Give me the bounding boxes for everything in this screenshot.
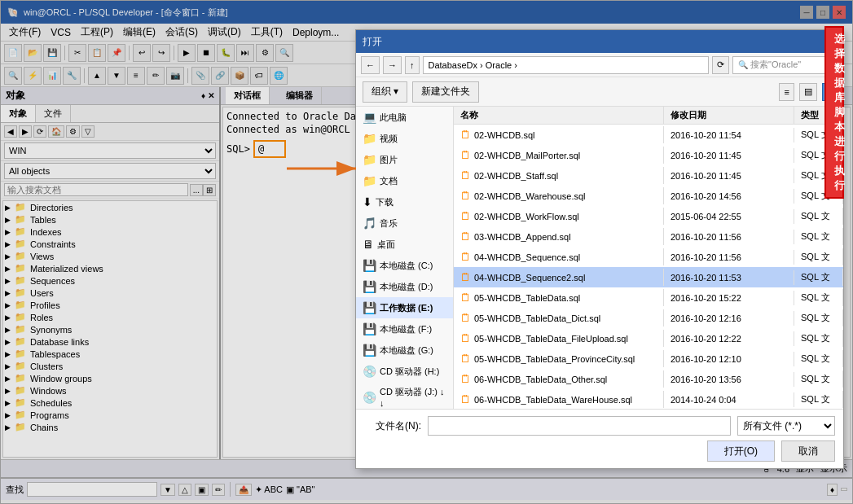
file-name-6: 04-WHCDB_Sequence.sql — [474, 252, 580, 262]
dialog-nav: 💻 此电脑 📁 视频 📁 图片 📁 文档 ⬇ 下载 — [356, 107, 454, 409]
file-type-4: SQL 文 — [794, 208, 843, 225]
nav-drive-e[interactable]: 💾 工作数据 (E:) — [356, 297, 453, 318]
nav-this-pc[interactable]: 💻 此电脑 — [356, 107, 453, 128]
file-icon-5: 🗒 — [460, 230, 471, 243]
file-row-8[interactable]: 🗒 05-WHCDB_TableData.sql 2016-10-20 15:2… — [454, 287, 843, 308]
file-row-11[interactable]: 🗒 05-WHCDB_TableData_ProvinceCity.sql 20… — [454, 348, 843, 369]
file-date-5: 2016-10-20 11:56 — [664, 230, 794, 244]
breadcrumb-back-btn[interactable]: ← — [361, 56, 380, 74]
file-row-0[interactable]: 🗒 02-WHCDB.sql 2016-10-20 11:54 SQL 文 — [454, 125, 843, 145]
file-type-13: SQL 文 — [794, 391, 843, 408]
file-date-6: 2016-10-20 11:56 — [664, 250, 794, 265]
file-date-12: 2016-10-20 13:56 — [664, 372, 794, 387]
dialog-title-bar: 打开 ✕ — [356, 30, 843, 53]
file-row-6[interactable]: 🗒 04-WHCDB_Sequence.sql 2016-10-20 11:56… — [454, 247, 843, 267]
nav-label-j: CD 驱动器 (J:) ↓ ↓ — [380, 386, 446, 408]
breadcrumb-path: DatabaseDx › Oracle › — [423, 56, 710, 74]
nav-videos[interactable]: 📁 视频 — [356, 128, 453, 149]
nav-icon-music: 🎵 — [363, 217, 376, 230]
col-name: 名称 — [454, 107, 664, 124]
nav-pictures[interactable]: 📁 图片 — [356, 149, 453, 170]
col-date: 修改日期 — [664, 107, 794, 124]
nav-downloads[interactable]: ⬇ 下载 — [356, 191, 453, 213]
file-row-10[interactable]: 🗒 05-WHCDB_TableData_FileUpload.sql 2016… — [454, 328, 843, 348]
file-type-7: SQL 文 — [794, 269, 843, 286]
file-row-5[interactable]: 🗒 03-WHCDB_Append.sql 2016-10-20 11:56 S… — [454, 226, 843, 247]
nav-desktop[interactable]: 🖥 桌面 — [356, 234, 453, 255]
nav-icon-g: 💾 — [363, 344, 376, 357]
file-row-2[interactable]: 🗒 02-WHCDB_Staff.sql 2016-10-20 11:45 SQ… — [454, 165, 843, 186]
nav-documents[interactable]: 📁 文档 — [356, 170, 453, 191]
annotation-arrow-svg — [283, 156, 364, 181]
file-name-8: 05-WHCDB_TableData.sql — [474, 293, 580, 303]
breadcrumb-forward-btn[interactable]: → — [383, 56, 402, 74]
file-row-13[interactable]: 🗒 06-WHCDB_TableData_WareHouse.sql 2014-… — [454, 389, 843, 409]
nav-icon-documents: 📁 — [363, 174, 376, 187]
dialog-buttons: 打开(O) 取消 — [364, 440, 835, 462]
main-window: 🐚 win@ORCL - PL/SQL Developer - [命令窗口 - … — [0, 0, 853, 504]
file-date-1: 2016-10-20 11:45 — [664, 148, 794, 163]
file-icon-3: 🗒 — [460, 190, 471, 202]
dialog-main: 💻 此电脑 📁 视频 📁 图片 📁 文档 ⬇ 下载 — [356, 107, 843, 409]
dialog-title-text: 打开 — [363, 35, 382, 49]
file-icon-9: 🗒 — [460, 312, 471, 324]
nav-drive-j[interactable]: 💿 CD 驱动器 (J:) ↓ ↓ — [356, 382, 453, 409]
file-date-4: 2015-06-04 22:55 — [664, 209, 794, 224]
view-btn-2[interactable]: ▤ — [799, 83, 817, 101]
new-folder-btn[interactable]: 新建文件夹 — [412, 81, 479, 103]
breadcrumb-refresh-btn[interactable]: ⟳ — [712, 56, 729, 74]
file-name-4: 02-WHCDB_WorkFlow.sql — [474, 212, 579, 221]
file-name-1: 02-WHCDB_MailPorter.sql — [474, 151, 580, 160]
nav-drive-h[interactable]: 💿 CD 驱动器 (H:) — [356, 361, 453, 382]
file-type-8: SQL 文 — [794, 289, 843, 306]
file-type-9: SQL 文 — [794, 309, 843, 327]
nav-icon-j: 💿 — [363, 391, 376, 404]
nav-label-c: 本地磁盘 (C:) — [380, 260, 433, 272]
nav-drive-g[interactable]: 💾 本地磁盘 (G:) — [356, 340, 453, 361]
nav-icon-downloads: ⬇ — [363, 195, 372, 208]
search-icon-small: 🔍 — [738, 60, 748, 69]
file-type-12: SQL 文 — [794, 370, 843, 388]
filename-row: 文件名(N): 所有文件 (*.*) — [364, 416, 835, 436]
file-row-3[interactable]: 🗒 02-WHCDB_Warehouse.sql 2016-10-20 14:5… — [454, 186, 843, 206]
breadcrumb-up-btn[interactable]: ↑ — [405, 56, 420, 74]
file-date-2: 2016-10-20 11:45 — [664, 169, 794, 183]
nav-music[interactable]: 🎵 音乐 — [356, 213, 453, 234]
file-row-7[interactable]: 🗒 04-WHCDB_Sequence2.sql 2016-10-20 11:5… — [454, 267, 843, 287]
nav-label-desktop: 桌面 — [377, 239, 395, 251]
filename-input[interactable] — [428, 416, 731, 436]
filetype-select[interactable]: 所有文件 (*.*) — [737, 416, 835, 436]
nav-icon-f: 💾 — [363, 322, 376, 335]
file-row-4[interactable]: 🗒 02-WHCDB_WorkFlow.sql 2015-06-04 22:55… — [454, 206, 843, 226]
nav-drive-c[interactable]: 💾 本地磁盘 (C:) — [356, 255, 453, 276]
nav-icon-c: 💾 — [363, 259, 376, 272]
open-button[interactable]: 打开(O) — [707, 440, 775, 462]
dialog-file-area: 名称 修改日期 类型 🗒 02-WHCDB.sql 2016-10-20 11:… — [454, 107, 843, 409]
cancel-button[interactable]: 取消 — [781, 440, 835, 462]
file-icon-13: 🗒 — [460, 393, 471, 405]
file-row-12[interactable]: 🗒 06-WHCDB_TableData_Other.sql 2016-10-2… — [454, 369, 843, 389]
file-icon-12: 🗒 — [460, 373, 471, 385]
file-row-9[interactable]: 🗒 05-WHCDB_TableData_Dict.sql 2016-10-20… — [454, 308, 843, 328]
nav-drive-f[interactable]: 💾 本地磁盘 (F:) — [356, 318, 453, 340]
file-date-10: 2016-10-20 12:22 — [664, 331, 794, 346]
nav-label-videos: 视频 — [380, 133, 398, 145]
nav-icon-pictures: 📁 — [363, 153, 376, 166]
file-date-11: 2016-10-20 12:10 — [664, 352, 794, 366]
nav-label-pc: 此电脑 — [380, 112, 407, 124]
file-date-0: 2016-10-20 11:54 — [664, 128, 794, 142]
file-date-8: 2016-10-20 15:22 — [664, 291, 794, 305]
file-name-7: 04-WHCDB_Sequence2.sql — [474, 273, 585, 283]
view-btn-1[interactable]: ≡ — [779, 83, 794, 101]
nav-drive-d[interactable]: 💾 本地磁盘 (D:) — [356, 276, 453, 297]
nav-label-h: CD 驱动器 (H:) — [380, 366, 439, 378]
file-name-10: 05-WHCDB_TableData_FileUpload.sql — [474, 334, 628, 344]
file-type-10: SQL 文 — [794, 330, 843, 347]
file-date-13: 2014-10-24 0:04 — [664, 392, 794, 407]
file-row-1[interactable]: 🗒 02-WHCDB_MailPorter.sql 2016-10-20 11:… — [454, 145, 843, 165]
nav-label-music: 音乐 — [380, 217, 398, 230]
organize-btn[interactable]: 组织 ▾ — [363, 81, 407, 103]
nav-icon-e: 💾 — [363, 301, 376, 314]
nav-label-pictures: 图片 — [380, 154, 398, 166]
file-name-2: 02-WHCDB_Staff.sql — [474, 171, 558, 181]
